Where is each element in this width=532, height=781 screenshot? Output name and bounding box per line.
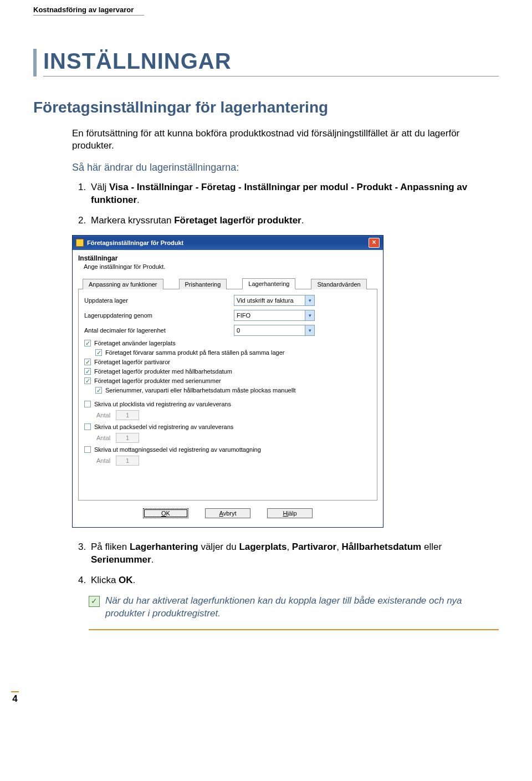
chevron-down-icon: ▾	[305, 295, 314, 305]
note-text: När du har aktiverat lagerfunktionen kan…	[105, 595, 499, 620]
combo-uppdatera-lager[interactable]: Vid utskrift av faktura ▾	[234, 295, 315, 306]
dialog-title: Företagsinställningar för Produkt	[87, 239, 183, 246]
tab-lagerhantering[interactable]: Lagerhantering	[242, 278, 295, 289]
check-packsedel[interactable]: Skriva ut packsedel vid registrering av …	[84, 423, 371, 430]
help-button[interactable]: Hjälp	[267, 508, 313, 518]
step-3: På fliken Lagerhantering väljer du Lager…	[89, 541, 499, 566]
tab-prishantering[interactable]: Prishantering	[179, 279, 227, 289]
button-row: OK Avbryt Hjälp	[78, 501, 377, 524]
step-2: Markera kryssrutan Företaget lagerför pr…	[89, 215, 499, 227]
settings-dialog: Företagsinställningar för Produkt × Inst…	[72, 235, 383, 528]
page-title: INSTÄLLNINGAR	[43, 49, 499, 74]
checkmark-icon: ✓	[89, 596, 100, 607]
cancel-button[interactable]: Avbryt	[205, 508, 250, 518]
check-partivaror[interactable]: ✓Företaget lagerför partivaror	[84, 359, 371, 365]
check-plockas-manuellt[interactable]: ✓Serienummer, varuparti eller hållbarhet…	[95, 387, 371, 394]
combo-decimaler[interactable]: 0 ▾	[234, 325, 315, 336]
dialog-titlebar: Företagsinställningar för Produkt ×	[73, 236, 383, 250]
ok-button[interactable]: OK	[143, 508, 188, 518]
label-lageruppdatering: Lageruppdatering genom	[84, 312, 234, 319]
tabs: Anpassning av funktioner Prishantering L…	[78, 275, 377, 289]
tab-standardvarden[interactable]: Standardvärden	[311, 279, 366, 289]
section-heading: Företagsinställningar för lagerhantering	[33, 99, 499, 116]
intro-paragraph: En förutsättning för att kunna bokföra p…	[72, 127, 499, 152]
chevron-down-icon: ▾	[305, 310, 314, 320]
combo-lageruppdatering[interactable]: FIFO ▾	[234, 310, 315, 321]
tab-anpassning[interactable]: Anpassning av funktioner	[83, 279, 163, 289]
step-4: Klicka OK.	[89, 574, 499, 587]
check-serienummer[interactable]: ✓Företaget lagerför produkter med serien…	[84, 377, 371, 384]
check-lagerplats[interactable]: ✓Företaget använder lagerplats	[84, 340, 371, 346]
sub-heading: Så här ändrar du lagerinställningarna:	[72, 162, 499, 173]
app-icon	[76, 239, 84, 247]
tab-panel: Uppdatera lager Vid utskrift av faktura …	[78, 289, 377, 501]
check-flera-stallen[interactable]: ✓Företaget förvarar samma produkt på fle…	[95, 349, 371, 356]
check-mottagningssedel[interactable]: Skriva ut mottagningssedel vid registrer…	[84, 446, 371, 453]
doc-header: Kostnadsföring av lagervaror	[33, 6, 144, 16]
label-uppdatera-lager: Uppdatera lager	[84, 297, 234, 304]
antal-mottagningssedel: Antal1	[96, 456, 371, 466]
steps-list: Välj Visa - Inställningar - Företag - In…	[72, 181, 499, 227]
steps-list-cont: På fliken Lagerhantering väljer du Lager…	[72, 541, 499, 587]
chevron-down-icon: ▾	[305, 325, 314, 335]
antal-plocklista: Antal1	[96, 410, 371, 420]
title-block: INSTÄLLNINGAR	[33, 49, 499, 76]
step-1: Välj Visa - Inställningar - Företag - In…	[89, 181, 499, 207]
antal-packsedel: Antal1	[96, 433, 371, 443]
close-button[interactable]: ×	[369, 238, 380, 248]
dialog-heading: Inställningar	[78, 254, 377, 262]
note-block: ✓ När du har aktiverat lagerfunktionen k…	[89, 595, 499, 620]
page-number: 4	[11, 691, 19, 705]
label-decimaler: Antal decimaler för lagerenhet	[84, 327, 234, 334]
dialog-subtext: Ange inställningar för Produkt.	[84, 263, 377, 270]
check-plocklista[interactable]: Skriva ut plocklista vid registrering av…	[84, 401, 371, 407]
check-hallbarhetsdatum[interactable]: ✓Företaget lagerför produkter med hållba…	[84, 368, 371, 375]
divider	[89, 629, 499, 630]
